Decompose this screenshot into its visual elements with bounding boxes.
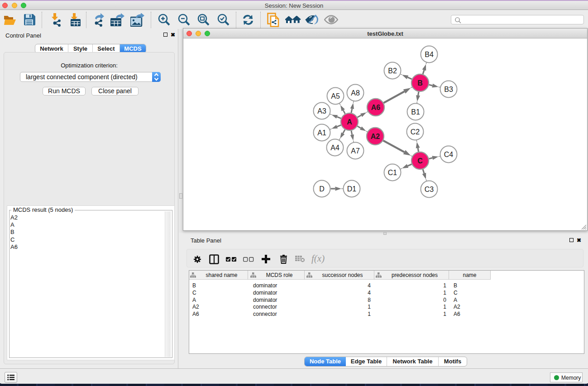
- svg-text:C3: C3: [425, 186, 434, 193]
- svg-text:A5: A5: [331, 92, 340, 100]
- svg-text:C1: C1: [388, 169, 397, 176]
- svg-text:B2: B2: [388, 67, 397, 75]
- svg-text:A6: A6: [371, 104, 381, 111]
- svg-text:A8: A8: [351, 89, 360, 97]
- svg-text:B3: B3: [444, 86, 453, 93]
- svg-text:D: D: [319, 185, 325, 193]
- svg-text:B: B: [417, 79, 423, 87]
- svg-text:B1: B1: [411, 108, 420, 116]
- svg-text:C: C: [417, 157, 423, 165]
- svg-text:C2: C2: [411, 128, 420, 136]
- svg-text:A: A: [347, 118, 352, 126]
- svg-text:B4: B4: [425, 51, 434, 58]
- svg-text:A2: A2: [371, 133, 380, 140]
- svg-text:A7: A7: [351, 147, 360, 155]
- svg-text:C4: C4: [444, 151, 454, 158]
- svg-text:A3: A3: [317, 107, 326, 115]
- svg-text:A1: A1: [317, 129, 326, 137]
- svg-text:A4: A4: [330, 144, 339, 152]
- svg-text:D1: D1: [347, 185, 357, 193]
